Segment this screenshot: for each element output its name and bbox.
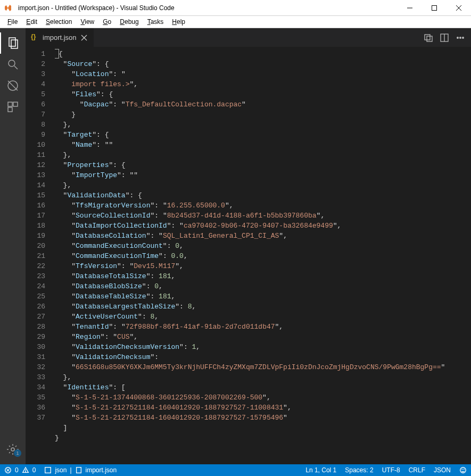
menubar: File Edit Selection View Go Debug Tasks … bbox=[0, 16, 471, 28]
activity-search[interactable] bbox=[0, 54, 26, 75]
status-feedback-icon[interactable] bbox=[455, 466, 471, 474]
svg-line-7 bbox=[14, 66, 18, 69]
activity-settings[interactable]: 1 bbox=[0, 439, 26, 460]
status-language[interactable]: JSON bbox=[429, 466, 455, 474]
compare-icon[interactable] bbox=[424, 34, 433, 42]
svg-point-23 bbox=[462, 37, 464, 38]
menu-edit[interactable]: Edit bbox=[22, 17, 42, 27]
svg-rect-30 bbox=[76, 467, 81, 473]
tab-label: import.json bbox=[43, 34, 77, 41]
svg-point-13 bbox=[11, 448, 14, 451]
menu-help[interactable]: Help bbox=[168, 17, 189, 27]
tabbar: {} import.json bbox=[26, 28, 471, 47]
json-mode-icon bbox=[44, 466, 52, 474]
minimap[interactable] bbox=[461, 47, 471, 464]
file-path-icon bbox=[75, 466, 82, 474]
code-content[interactable]: { "Source": { "Location": " import files… bbox=[55, 47, 461, 464]
menu-view[interactable]: View bbox=[76, 17, 98, 27]
svg-point-6 bbox=[9, 60, 15, 66]
more-icon[interactable] bbox=[456, 34, 465, 42]
menu-go[interactable]: Go bbox=[98, 17, 115, 27]
svg-rect-10 bbox=[8, 102, 12, 106]
menu-tasks[interactable]: Tasks bbox=[143, 17, 168, 27]
menu-debug[interactable]: Debug bbox=[115, 17, 143, 27]
maximize-button[interactable] bbox=[422, 0, 447, 16]
window-title: import.json - Untitled (Workspace) - Vis… bbox=[16, 4, 398, 12]
minimize-button[interactable] bbox=[398, 0, 422, 16]
svg-rect-4 bbox=[9, 38, 15, 46]
tab-import-json[interactable]: {} import.json bbox=[26, 28, 94, 47]
line-number-gutter: 1234567891011121314151617181920212223242… bbox=[26, 47, 55, 464]
status-file-indicator[interactable]: json | import.json bbox=[40, 466, 121, 474]
activity-explorer[interactable] bbox=[0, 32, 26, 54]
svg-point-22 bbox=[460, 37, 461, 38]
vscode-logo-icon bbox=[0, 4, 16, 12]
svg-rect-17 bbox=[425, 35, 430, 40]
activitybar: 1 bbox=[0, 28, 26, 464]
svg-point-21 bbox=[457, 37, 459, 38]
status-problems[interactable]: 0 0 bbox=[0, 466, 40, 474]
json-file-icon: {} bbox=[31, 32, 39, 43]
svg-rect-12 bbox=[8, 107, 12, 112]
status-ln-col[interactable]: Ln 1, Col 1 bbox=[301, 466, 341, 474]
svg-rect-1 bbox=[432, 5, 437, 10]
tab-close-icon[interactable] bbox=[80, 34, 88, 42]
svg-rect-29 bbox=[45, 467, 51, 473]
svg-rect-18 bbox=[427, 36, 432, 41]
activity-extensions[interactable] bbox=[0, 96, 26, 118]
settings-badge: 1 bbox=[14, 449, 21, 457]
statusbar: 0 0 json | import.json Ln 1, Col 1 Space… bbox=[0, 464, 471, 476]
status-encoding[interactable]: UTF-8 bbox=[378, 466, 404, 474]
status-spaces[interactable]: Spaces: 2 bbox=[341, 466, 377, 474]
close-button[interactable] bbox=[447, 0, 471, 16]
split-editor-icon[interactable] bbox=[440, 34, 449, 42]
menu-selection[interactable]: Selection bbox=[42, 17, 76, 27]
svg-point-32 bbox=[462, 469, 462, 470]
svg-rect-11 bbox=[13, 102, 18, 106]
svg-text:{}: {} bbox=[31, 33, 36, 40]
status-eol[interactable]: CRLF bbox=[404, 466, 429, 474]
editor-group: {} import.json 1234567891011121314151617… bbox=[26, 28, 471, 464]
svg-point-33 bbox=[464, 469, 464, 470]
svg-rect-5 bbox=[11, 40, 18, 48]
editor[interactable]: 1234567891011121314151617181920212223242… bbox=[26, 47, 471, 464]
titlebar: import.json - Untitled (Workspace) - Vis… bbox=[0, 0, 471, 16]
activity-debug[interactable] bbox=[0, 75, 26, 96]
menu-file[interactable]: File bbox=[3, 17, 22, 27]
svg-point-28 bbox=[25, 471, 26, 472]
